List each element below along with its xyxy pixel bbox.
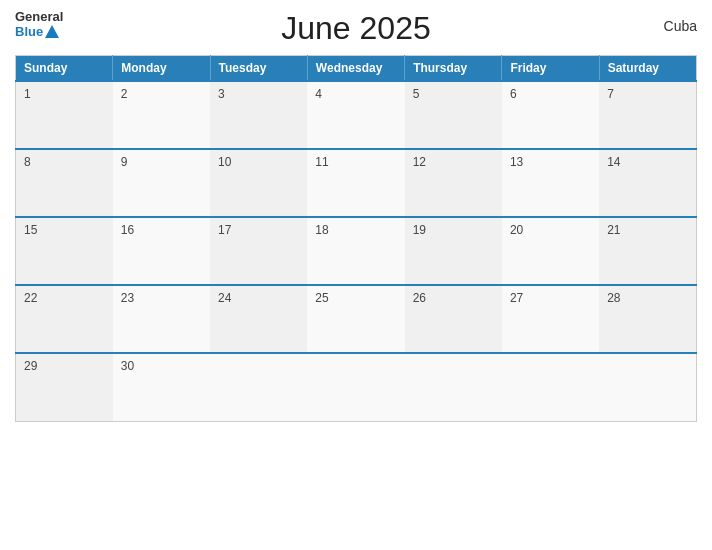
day-number: 3 [218,87,225,101]
calendar-day-cell: 15 [16,217,113,285]
logo-blue-text: Blue [15,24,59,39]
calendar-day-cell [307,353,404,421]
day-number: 7 [607,87,614,101]
calendar-day-cell: 7 [599,81,696,149]
calendar-day-cell: 23 [113,285,210,353]
day-number: 27 [510,291,523,305]
calendar-day-cell: 20 [502,217,599,285]
day-number: 4 [315,87,322,101]
day-number: 17 [218,223,231,237]
calendar-day-cell: 3 [210,81,307,149]
day-of-week-header: Saturday [599,56,696,82]
calendar-day-cell: 16 [113,217,210,285]
calendar-day-cell [502,353,599,421]
calendar-week-row: 15161718192021 [16,217,697,285]
day-number: 28 [607,291,620,305]
country-label: Cuba [664,18,697,34]
calendar-day-cell: 1 [16,81,113,149]
day-of-week-header: Monday [113,56,210,82]
calendar-day-cell: 11 [307,149,404,217]
calendar-day-cell [210,353,307,421]
calendar-day-cell [599,353,696,421]
calendar-day-cell: 27 [502,285,599,353]
day-number: 30 [121,359,134,373]
day-number: 20 [510,223,523,237]
calendar-table: SundayMondayTuesdayWednesdayThursdayFrid… [15,55,697,422]
day-of-week-header: Sunday [16,56,113,82]
calendar-day-cell: 17 [210,217,307,285]
day-number: 26 [413,291,426,305]
calendar-day-cell: 14 [599,149,696,217]
day-number: 16 [121,223,134,237]
day-number: 15 [24,223,37,237]
calendar-day-cell: 24 [210,285,307,353]
calendar-week-row: 2930 [16,353,697,421]
day-number: 23 [121,291,134,305]
calendar-day-cell: 25 [307,285,404,353]
calendar-title: June 2025 [281,10,430,47]
calendar-day-cell: 26 [405,285,502,353]
day-number: 9 [121,155,128,169]
calendar-day-cell [405,353,502,421]
page-header: General Blue June 2025 Cuba [15,10,697,47]
day-number: 2 [121,87,128,101]
calendar-day-cell: 29 [16,353,113,421]
calendar-day-cell: 4 [307,81,404,149]
day-number: 24 [218,291,231,305]
day-of-week-header: Thursday [405,56,502,82]
day-number: 6 [510,87,517,101]
day-number: 12 [413,155,426,169]
day-number: 29 [24,359,37,373]
day-number: 5 [413,87,420,101]
day-number: 18 [315,223,328,237]
day-number: 22 [24,291,37,305]
calendar-day-cell: 13 [502,149,599,217]
day-number: 1 [24,87,31,101]
calendar-header-row: SundayMondayTuesdayWednesdayThursdayFrid… [16,56,697,82]
calendar-day-cell: 18 [307,217,404,285]
day-number: 8 [24,155,31,169]
calendar-day-cell: 10 [210,149,307,217]
logo-general-text: General [15,10,63,24]
calendar-day-cell: 19 [405,217,502,285]
logo: General Blue [15,10,63,39]
day-number: 10 [218,155,231,169]
calendar-day-cell: 12 [405,149,502,217]
calendar-week-row: 22232425262728 [16,285,697,353]
day-number: 13 [510,155,523,169]
calendar-week-row: 1234567 [16,81,697,149]
day-number: 19 [413,223,426,237]
calendar-day-cell: 21 [599,217,696,285]
calendar-day-cell: 5 [405,81,502,149]
day-of-week-header: Tuesday [210,56,307,82]
calendar-week-row: 891011121314 [16,149,697,217]
calendar-day-cell: 28 [599,285,696,353]
logo-triangle-icon [45,25,59,38]
calendar-day-cell: 8 [16,149,113,217]
calendar-day-cell: 6 [502,81,599,149]
day-of-week-header: Wednesday [307,56,404,82]
calendar-day-cell: 30 [113,353,210,421]
day-number: 21 [607,223,620,237]
day-of-week-header: Friday [502,56,599,82]
calendar-day-cell: 2 [113,81,210,149]
day-number: 11 [315,155,328,169]
calendar-day-cell: 9 [113,149,210,217]
day-number: 14 [607,155,620,169]
calendar-day-cell: 22 [16,285,113,353]
day-number: 25 [315,291,328,305]
